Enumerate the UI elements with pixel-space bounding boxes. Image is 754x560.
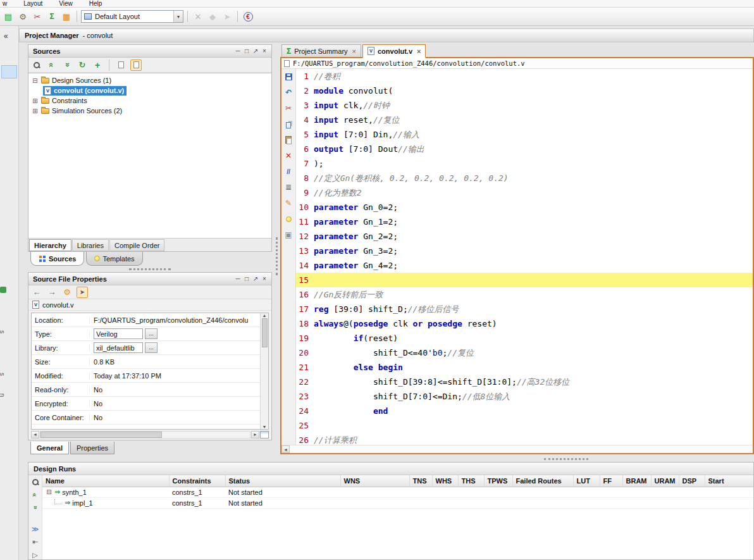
- code-line[interactable]: 7);: [296, 156, 753, 171]
- code-line[interactable]: 23 shift_D[7:0]<=Din;//低8位输入: [296, 389, 753, 404]
- close-icon[interactable]: ×: [260, 47, 269, 56]
- line-number[interactable]: 2: [296, 84, 314, 98]
- disabled-close-icon[interactable]: ✕: [192, 10, 204, 23]
- sources-tree[interactable]: ⊟ Design Sources (1) convolut (convolut.…: [28, 73, 271, 239]
- runs-splitter[interactable]: [19, 456, 754, 461]
- queue-runs-icon[interactable]: ≫: [30, 525, 40, 533]
- tab-project-summary[interactable]: Σ Project Summary ×: [281, 44, 361, 57]
- column-bram[interactable]: BRAM: [622, 475, 651, 487]
- selected-tree-item[interactable]: convolut (convolut.v): [43, 86, 127, 96]
- grid-corner-icon[interactable]: [260, 431, 269, 439]
- disabled-cursor-icon[interactable]: ➤: [221, 10, 233, 23]
- tab-compile-order[interactable]: Compile Order: [109, 239, 165, 251]
- line-number[interactable]: 5: [296, 127, 314, 142]
- line-number[interactable]: 11: [296, 215, 314, 229]
- code-line[interactable]: 5input [7:0] Din,//输入: [296, 127, 753, 142]
- library-value-input[interactable]: xil_defaultlib: [94, 342, 143, 353]
- language-template-icon[interactable]: [283, 214, 294, 224]
- tab-sources[interactable]: Sources: [30, 252, 84, 266]
- library-icon[interactable]: ▣: [283, 230, 294, 240]
- column-failed-routes[interactable]: Failed Routes: [512, 475, 573, 487]
- column-tns[interactable]: TNS: [409, 475, 432, 487]
- type-value-input[interactable]: Verilog: [94, 328, 143, 339]
- add-sources-icon[interactable]: +: [92, 59, 103, 71]
- table-row[interactable]: ⇒ impl_1 constrs_1 Not started: [42, 497, 753, 508]
- maximize-icon[interactable]: □: [242, 275, 251, 283]
- search-icon[interactable]: [31, 59, 42, 71]
- code-line[interactable]: 24 end: [296, 404, 753, 418]
- column-constraints[interactable]: Constraints: [169, 475, 225, 487]
- toggle-comment-icon[interactable]: //: [283, 166, 294, 177]
- paste-icon[interactable]: [283, 135, 294, 145]
- collapse-icon[interactable]: ⊟: [46, 488, 53, 495]
- expand-all-icon[interactable]: «: [61, 59, 73, 71]
- collapse-sidebar-icon[interactable]: «: [4, 32, 8, 40]
- save-icon[interactable]: [283, 72, 294, 82]
- minimize-icon[interactable]: ─: [233, 47, 242, 56]
- code-line[interactable]: 12parameter Gn_2=2;: [296, 229, 753, 244]
- tree-item-convolut[interactable]: convolut (convolut.v): [28, 85, 271, 96]
- scrollbar-thumb[interactable]: [262, 318, 268, 347]
- code-line[interactable]: 18always@(posedge clk or posedge reset): [296, 316, 753, 331]
- line-number[interactable]: 12: [296, 229, 314, 244]
- scroll-down-icon[interactable]: ▼: [263, 425, 267, 429]
- code-line[interactable]: 22 shift_D[39:8]<=shift_D[31:0];//高32位移位: [296, 375, 753, 389]
- gear-icon[interactable]: ⚙: [16, 10, 29, 23]
- forward-icon[interactable]: →: [46, 287, 58, 298]
- sources-panel-titlebar[interactable]: Sources ─ □ ↗ ×: [28, 45, 271, 58]
- column-start[interactable]: Start: [705, 475, 753, 487]
- browse-library-button[interactable]: ...: [145, 342, 158, 353]
- column-whs[interactable]: WHS: [432, 475, 458, 487]
- horizontal-scrollbar[interactable]: ◄ ►: [31, 430, 269, 439]
- strip-icon[interactable]: [0, 287, 6, 293]
- line-number[interactable]: 1: [296, 69, 314, 84]
- line-number[interactable]: 13: [296, 244, 314, 258]
- code-line[interactable]: 14parameter Gn_4=2;: [296, 258, 753, 273]
- scroll-left-icon[interactable]: ◄: [281, 445, 290, 453]
- back-icon[interactable]: ←: [31, 287, 42, 298]
- layout-selector[interactable]: Default Layout ▾: [81, 10, 183, 23]
- code-line[interactable]: 15: [296, 273, 753, 287]
- column-wns[interactable]: WNS: [340, 475, 409, 487]
- menu-item-view[interactable]: View: [59, 0, 73, 7]
- code-line[interactable]: 16//Gn反转前后一致: [296, 287, 753, 302]
- line-number[interactable]: 22: [296, 375, 314, 389]
- column-status[interactable]: Status: [225, 475, 340, 487]
- project-summary-icon[interactable]: Σ: [46, 10, 58, 23]
- collapse-all-icon[interactable]: «: [30, 490, 40, 499]
- line-number[interactable]: 10: [296, 200, 314, 215]
- column-dsp[interactable]: DSP: [679, 475, 705, 487]
- expand-all-icon[interactable]: «: [30, 504, 40, 512]
- currency-icon[interactable]: €: [242, 10, 254, 23]
- line-number[interactable]: 21: [296, 360, 314, 375]
- code-line[interactable]: 11parameter Gn_1=2;: [296, 215, 753, 229]
- chevron-down-icon[interactable]: ▾: [173, 11, 183, 22]
- line-number[interactable]: 23: [296, 389, 314, 404]
- scroll-right-icon[interactable]: ►: [251, 431, 259, 439]
- line-number[interactable]: 17: [296, 302, 314, 316]
- search-icon[interactable]: [30, 478, 40, 486]
- column-name[interactable]: Name: [42, 475, 169, 487]
- code-line[interactable]: 19 if(reset): [296, 331, 753, 345]
- line-number[interactable]: 9: [296, 185, 314, 200]
- line-number[interactable]: 16: [296, 287, 314, 302]
- code-line[interactable]: 4input reset,//复位: [296, 113, 753, 127]
- line-number[interactable]: 14: [296, 258, 314, 273]
- float-icon[interactable]: ↗: [251, 275, 260, 283]
- close-tab-icon[interactable]: ×: [352, 47, 356, 55]
- maximize-icon[interactable]: □: [242, 47, 251, 56]
- new-icon[interactable]: ▤: [2, 10, 15, 23]
- code-line[interactable]: 2module convolut(: [296, 84, 753, 98]
- line-number[interactable]: 19: [296, 331, 314, 345]
- undo-icon[interactable]: ↶: [283, 87, 294, 97]
- collapse-icon[interactable]: ⊟: [32, 77, 39, 84]
- column-ff[interactable]: FF: [600, 475, 622, 487]
- code-line[interactable]: 10parameter Gn_0=2;: [296, 200, 753, 215]
- tab-libraries[interactable]: Libraries: [72, 239, 109, 251]
- line-number[interactable]: 8: [296, 171, 314, 185]
- line-number[interactable]: 7: [296, 156, 314, 171]
- vertical-scrollbar[interactable]: ▲ ▼: [260, 313, 268, 429]
- line-number[interactable]: 25: [296, 418, 314, 433]
- code-line[interactable]: 3input clk,//时钟: [296, 98, 753, 113]
- line-number[interactable]: 15: [296, 273, 314, 287]
